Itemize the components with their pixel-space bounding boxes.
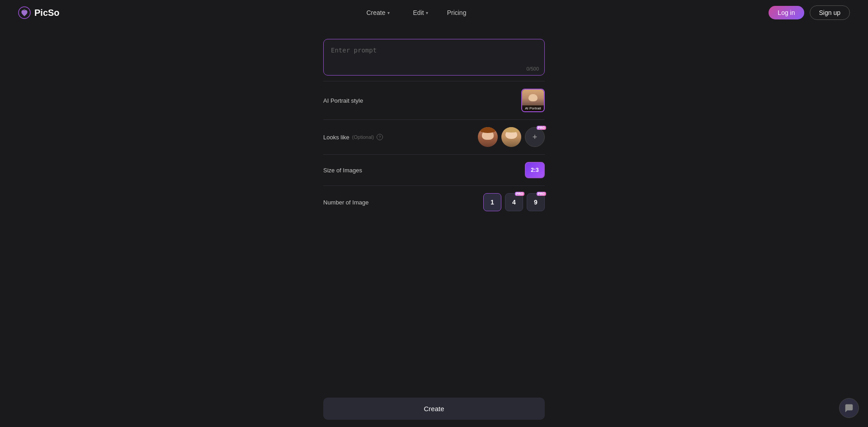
logo-icon	[18, 6, 31, 19]
size-of-images-label: Size of Images	[323, 167, 362, 174]
nav-create[interactable]: Create ▾	[362, 6, 394, 19]
style-label: AI Portrait	[522, 105, 544, 111]
pro-badge-9: PRO	[537, 192, 546, 196]
avatar-face-image-1	[478, 127, 498, 147]
nav-create-label: Create	[366, 9, 385, 16]
number-of-image-label: Number of Image	[323, 199, 368, 206]
signup-button[interactable]: Sign up	[810, 5, 850, 20]
looks-like-label: Looks like (Optional) ?	[323, 134, 383, 141]
size-option-2-3[interactable]: 2:3	[525, 162, 545, 178]
avatar-1[interactable]	[478, 127, 498, 147]
nav-edit-label: Edit	[413, 9, 424, 16]
portrait-style-card[interactable]: AI Portrait	[521, 89, 545, 112]
portrait-style-section: AI Portrait style AI Portrait	[323, 81, 545, 119]
number-4-label: 4	[512, 199, 516, 206]
main-content: 0/500 AI Portrait style AI Portrait Look…	[0, 25, 868, 218]
pro-badge: PRO	[537, 126, 546, 130]
pro-badge-4: PRO	[515, 192, 524, 196]
prompt-input[interactable]	[324, 39, 544, 73]
nav-edit[interactable]: Edit ▾	[409, 6, 433, 19]
header: PicSo Create ▾ Edit ▾ Pricing Log in Sig…	[0, 0, 868, 25]
looks-like-text: Looks like	[323, 134, 349, 141]
prompt-counter: 0/500	[526, 66, 539, 71]
create-button-container: Create	[323, 390, 545, 427]
number-option-1[interactable]: 1	[483, 193, 501, 211]
plus-icon: +	[533, 133, 538, 142]
header-nav: Create ▾ Edit ▾ Pricing	[362, 6, 466, 19]
header-actions: Log in Sign up	[769, 5, 850, 20]
number-9-label: 9	[534, 199, 538, 206]
portrait-style-label: AI Portrait style	[323, 97, 363, 104]
chevron-down-icon: ▾	[426, 10, 428, 15]
chat-icon	[844, 403, 854, 413]
help-icon[interactable]: ?	[377, 134, 383, 140]
logo-text: PicSo	[34, 8, 60, 18]
login-button[interactable]: Log in	[769, 6, 804, 19]
size-ratio-label: 2:3	[531, 167, 538, 173]
number-of-image-section: Number of Image 1 4 PRO 9 PRO	[323, 185, 545, 218]
form-panel: 0/500 AI Portrait style AI Portrait Look…	[323, 39, 545, 218]
looks-like-optional: (Optional)	[352, 134, 374, 140]
looks-like-section: Looks like (Optional) ? + PRO	[323, 119, 545, 154]
looks-like-controls: + PRO	[478, 127, 545, 147]
avatar-2[interactable]	[501, 127, 521, 147]
nav-pricing[interactable]: Pricing	[447, 9, 467, 16]
prompt-container: 0/500	[323, 39, 545, 76]
portrait-style-controls: AI Portrait	[521, 89, 545, 112]
create-button[interactable]: Create	[323, 398, 545, 420]
size-controls: 2:3	[525, 162, 545, 178]
logo[interactable]: PicSo	[18, 6, 60, 19]
chevron-down-icon: ▾	[387, 10, 390, 15]
size-of-images-section: Size of Images 2:3	[323, 154, 545, 185]
nav-pricing-label: Pricing	[447, 9, 467, 16]
number-option-4[interactable]: 4 PRO	[505, 193, 523, 211]
add-face-button[interactable]: + PRO	[525, 127, 545, 147]
number-1-label: 1	[491, 199, 494, 206]
chat-bubble-button[interactable]	[839, 398, 859, 418]
number-option-9[interactable]: 9 PRO	[527, 193, 545, 211]
number-controls: 1 4 PRO 9 PRO	[483, 193, 545, 211]
avatar-face-image-2	[501, 127, 521, 147]
